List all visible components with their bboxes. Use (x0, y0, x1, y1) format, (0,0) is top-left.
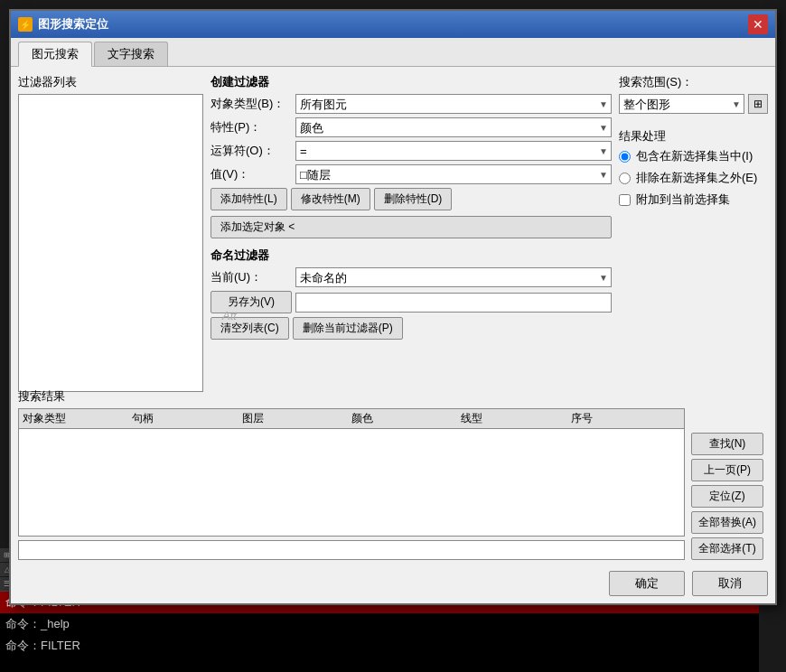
delete-property-button[interactable]: 删除特性(D) (374, 188, 453, 210)
value-select[interactable]: □随层 (295, 164, 612, 184)
col-layer: 图层 (242, 411, 351, 426)
obj-type-label: 对象类型(B)： (211, 96, 292, 112)
name-filter-title: 命名过滤器 (211, 247, 612, 264)
col-linetype: 线型 (461, 411, 570, 426)
clear-delete-row: 清空列表(C) 删除当前过滤器(P) (211, 317, 612, 340)
middle-panel: 创建过滤器 对象类型(B)： 所有图元 ▼ 特性(P)： (211, 74, 612, 443)
col-seq: 序号 (571, 411, 680, 426)
add-selected-row: 添加选定对象 < (211, 214, 612, 238)
find-button[interactable]: 查找(N) (691, 433, 763, 455)
create-filter-title: 创建过滤器 (211, 74, 612, 90)
current-filter-row: 当前(U)： 未命名的 ▼ (211, 267, 612, 287)
obj-type-select[interactable]: 所有图元 (295, 94, 612, 114)
append-checkbox-row: 附加到当前选择集 (619, 191, 768, 208)
property-label: 特性(P)： (211, 119, 292, 135)
command-line-2-text: 命令：_help (5, 617, 70, 630)
results-table-body[interactable] (18, 428, 685, 537)
operator-row: 运算符(O)： = ▼ (211, 141, 612, 161)
cancel-button[interactable]: 取消 (692, 571, 768, 596)
filter-listbox[interactable] (18, 94, 203, 392)
command-line-2: 命令：_help (0, 613, 759, 635)
tab-yuan[interactable]: 图元搜索 (18, 42, 92, 67)
results-table-header: 对象类型 句柄 图层 颜色 线型 序号 (18, 408, 685, 428)
filter-list-panel: 过滤器列表 (18, 74, 203, 443)
append-label: 附加到当前选择集 (636, 191, 730, 208)
property-row: 特性(P)： 颜色 ▼ (211, 117, 612, 137)
main-dialog: ⚡ 图形搜索定位 ✕ 图元搜索 文字搜索 过滤器列表 创建过滤器 (9, 9, 777, 605)
titlebar-left: ⚡ 图形搜索定位 (18, 16, 108, 33)
exclude-label: 排除在新选择集之外(E) (636, 170, 757, 186)
scope-select-wrapper: 整个图形 ▼ (619, 94, 744, 114)
dialog-footer: 确定 取消 (609, 571, 768, 596)
tab-bar: 图元搜索 文字搜索 (11, 38, 775, 67)
right-panel: 搜索范围(S)： 整个图形 ▼ ⊞ 结果处理 (619, 74, 768, 443)
add-property-button[interactable]: 添加特性(L) (211, 188, 287, 210)
tab-text[interactable]: 文字搜索 (94, 42, 168, 66)
create-filter-section: 创建过滤器 对象类型(B)： 所有图元 ▼ 特性(P)： (211, 74, 612, 238)
result-handling-label: 结果处理 (619, 128, 768, 145)
title-icon: ⚡ (18, 17, 33, 32)
operator-label: 运算符(O)： (211, 143, 292, 159)
include-label: 包含在新选择集当中(I) (636, 148, 753, 164)
append-checkbox[interactable] (619, 194, 631, 206)
property-select-wrapper: 颜色 ▼ (295, 117, 612, 137)
property-select[interactable]: 颜色 (295, 117, 612, 137)
command-line-3-text: 命令：FILTER (5, 639, 80, 652)
results-label: 搜索结果 (18, 388, 685, 405)
command-line-3: 命令：FILTER (0, 635, 759, 657)
obj-type-select-wrapper: 所有图元 ▼ (295, 94, 612, 114)
search-scope-section: 搜索范围(S)： 整个图形 ▼ ⊞ (619, 74, 768, 114)
results-input-row (18, 540, 685, 560)
delete-current-button[interactable]: 删除当前过滤器(P) (293, 317, 403, 340)
att-text: Att (222, 309, 237, 322)
col-obj-type: 对象类型 (23, 411, 132, 426)
current-select-wrapper: 未命名的 ▼ (295, 267, 612, 287)
modify-property-button[interactable]: 修改特性(M) (291, 188, 370, 210)
value-label: 值(V)： (211, 166, 292, 182)
property-btn-row: 添加特性(L) 修改特性(M) 删除特性(D) (211, 188, 612, 210)
exclude-radio-row: 排除在新选择集之外(E) (619, 170, 768, 186)
value-row: 值(V)： □随层 ▼ (211, 164, 612, 184)
filter-list-label: 过滤器列表 (18, 74, 203, 90)
search-scope-label: 搜索范围(S)： (619, 74, 768, 90)
operator-select[interactable]: = (295, 141, 612, 161)
close-button[interactable]: ✕ (748, 14, 768, 34)
replace-all-button[interactable]: 全部替换(A) (691, 511, 763, 534)
col-color: 颜色 (351, 411, 461, 426)
current-filter-select[interactable]: 未命名的 (295, 267, 612, 287)
include-radio-row: 包含在新选择集当中(I) (619, 148, 768, 164)
scope-select[interactable]: 整个图形 (619, 94, 744, 114)
scope-icon-button[interactable]: ⊞ (748, 94, 768, 114)
obj-type-row: 对象类型(B)： 所有图元 ▼ (211, 94, 612, 114)
current-label: 当前(U)： (211, 269, 292, 285)
operator-select-wrapper: = ▼ (295, 141, 612, 161)
name-filter-section: 命名过滤器 当前(U)： 未命名的 ▼ 另存为(V) (211, 247, 612, 340)
locate-button[interactable]: 定位(Z) (691, 485, 763, 508)
select-all-button[interactable]: 全部选择(T) (691, 537, 763, 560)
prev-page-button[interactable]: 上一页(P) (691, 459, 763, 481)
include-radio[interactable] (619, 151, 631, 163)
dialog-title: 图形搜索定位 (38, 16, 108, 33)
search-results-section: 搜索结果 对象类型 句柄 图层 颜色 线型 序号 (18, 388, 685, 560)
add-selected-button[interactable]: 添加选定对象 < (211, 216, 612, 238)
value-select-wrapper: □随层 ▼ (295, 164, 612, 184)
exclude-radio[interactable] (619, 173, 631, 184)
ok-button[interactable]: 确定 (609, 571, 685, 596)
dialog-titlebar: ⚡ 图形搜索定位 ✕ (11, 11, 775, 38)
save-as-input[interactable] (295, 293, 612, 313)
result-handling-section: 结果处理 包含在新选择集当中(I) 排除在新选择集之外(E) 附加到当前选择集 (619, 128, 768, 208)
results-input[interactable] (18, 540, 685, 560)
save-as-row: 另存为(V) (211, 291, 612, 313)
right-action-buttons: 查找(N) 上一页(P) 定位(Z) 全部替换(A) 全部选择(T) (691, 433, 768, 560)
col-handle: 句柄 (132, 411, 241, 426)
search-scope-row: 整个图形 ▼ ⊞ (619, 94, 768, 114)
